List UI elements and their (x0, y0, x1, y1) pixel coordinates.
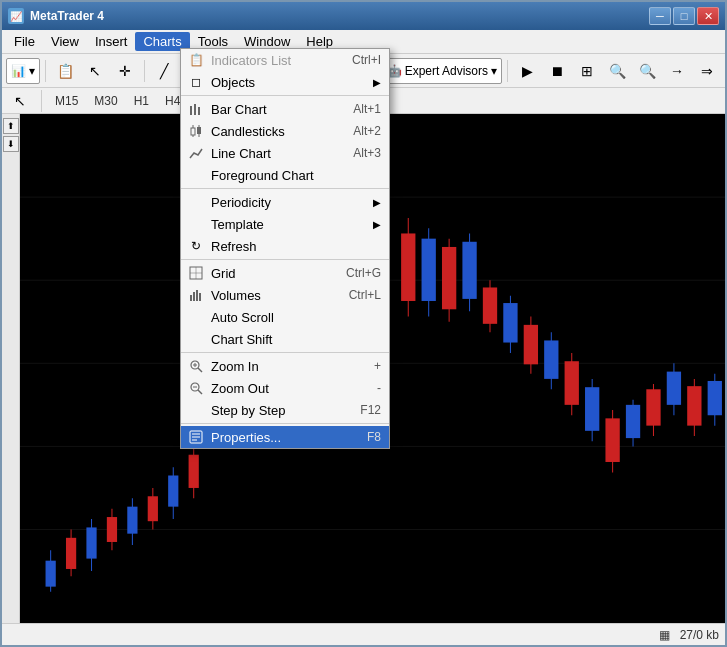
zoom-in-button[interactable]: 🔍 (603, 58, 631, 84)
menu-indicators-list[interactable]: 📋 Indicators List Ctrl+I (181, 49, 389, 71)
separator-5 (181, 423, 389, 424)
svg-rect-41 (585, 387, 599, 431)
left-panel-btn-2[interactable]: ⬇ (3, 136, 19, 152)
menu-auto-scroll[interactable]: Auto Scroll (181, 306, 389, 328)
candlesticks-shortcut: Alt+2 (353, 124, 381, 138)
ea-combo[interactable]: 🤖 Expert Advisors ▾ (382, 58, 502, 84)
menu-grid[interactable]: Grid Ctrl+G (181, 262, 389, 284)
main-window: 📈 MetaTrader 4 ─ □ ✕ File View Insert Ch… (0, 0, 727, 647)
line-button[interactable]: ╱ (150, 58, 178, 84)
ea-stop-button[interactable]: ⏹ (543, 58, 571, 84)
svg-rect-37 (544, 340, 558, 378)
step-by-step-shortcut: F12 (360, 403, 381, 417)
svg-rect-23 (401, 233, 415, 301)
menu-file[interactable]: File (6, 32, 43, 51)
menu-foreground-chart[interactable]: Foreground Chart (181, 164, 389, 186)
charts-menu: 📋 Indicators List Ctrl+I ◻ Objects ▶ Bar… (180, 48, 390, 449)
line-chart-shortcut: Alt+3 (353, 146, 381, 160)
menu-candlesticks[interactable]: Candlesticks Alt+2 (181, 120, 389, 142)
arrow-full-button[interactable]: ⇒ (693, 58, 721, 84)
title-controls: ─ □ ✕ (649, 7, 719, 25)
candlesticks-label: Candlesticks (211, 124, 285, 139)
maximize-button[interactable]: □ (673, 7, 695, 25)
svg-rect-27 (442, 247, 456, 309)
period-m30[interactable]: M30 (88, 93, 123, 109)
volumes-shortcut: Ctrl+L (349, 288, 381, 302)
zoom-in-shortcut: + (374, 359, 381, 373)
separator-4 (181, 352, 389, 353)
left-panel-btn-1[interactable]: ⬆ (3, 118, 19, 134)
menu-view[interactable]: View (43, 32, 87, 51)
menu-properties[interactable]: Properties... F8 (181, 426, 389, 448)
menu-zoom-in[interactable]: Zoom In + (181, 355, 389, 377)
grid-icon (187, 264, 205, 282)
periodicity-icon (187, 193, 205, 211)
ea-label: Expert Advisors (405, 64, 488, 78)
menu-bar-chart[interactable]: Bar Chart Alt+1 (181, 98, 389, 120)
separator-2 (181, 188, 389, 189)
ea-play-button[interactable]: ▶ (513, 58, 541, 84)
chart-shift-label: Chart Shift (211, 332, 272, 347)
svg-rect-60 (197, 127, 201, 134)
zoom-fit-button[interactable]: ⊞ (573, 58, 601, 84)
svg-rect-43 (605, 418, 619, 462)
menu-chart-shift[interactable]: Chart Shift (181, 328, 389, 350)
zoom-out-icon (187, 379, 205, 397)
svg-rect-25 (422, 239, 436, 301)
line-chart-icon (187, 144, 205, 162)
plus-button[interactable]: ✛ (111, 58, 139, 84)
svg-rect-29 (462, 242, 476, 299)
toolbar-separator-2 (144, 60, 145, 82)
menu-zoom-out[interactable]: Zoom Out - (181, 377, 389, 399)
refresh-icon: ↻ (187, 237, 205, 255)
zoom-out-button[interactable]: 🔍 (633, 58, 661, 84)
arrow-button[interactable]: ↖ (81, 58, 109, 84)
volumes-icon (187, 286, 205, 304)
chart-volume-icon: ▦ (659, 628, 670, 642)
svg-rect-13 (107, 517, 117, 542)
svg-rect-57 (191, 128, 195, 135)
menu-template[interactable]: Template ▶ (181, 213, 389, 235)
objects-icon: ◻ (187, 73, 205, 91)
foreground-chart-icon (187, 166, 205, 184)
svg-rect-67 (193, 292, 195, 301)
svg-rect-33 (503, 303, 517, 342)
title-bar: 📈 MetaTrader 4 ─ □ ✕ (2, 2, 725, 30)
svg-rect-45 (626, 405, 640, 438)
svg-rect-68 (196, 290, 198, 301)
menu-objects[interactable]: ◻ Objects ▶ (181, 71, 389, 93)
menu-insert[interactable]: Insert (87, 32, 136, 51)
period-m15[interactable]: M15 (49, 93, 84, 109)
step-by-step-label: Step by Step (211, 403, 285, 418)
indicators-shortcut: Ctrl+I (352, 53, 381, 67)
svg-rect-9 (66, 538, 76, 569)
period-h1[interactable]: H1 (128, 93, 155, 109)
file-size: 27/0 kb (680, 628, 719, 642)
properties-icon (187, 428, 205, 446)
menu-periodicity[interactable]: Periodicity ▶ (181, 191, 389, 213)
title-bar-left: 📈 MetaTrader 4 (8, 8, 104, 24)
cursor-button[interactable]: ↖ (6, 88, 34, 114)
properties-shortcut: F8 (367, 430, 381, 444)
auto-scroll-label: Auto Scroll (211, 310, 274, 325)
zoom-in-label: Zoom In (211, 359, 259, 374)
grid-label: Grid (211, 266, 236, 281)
properties-label: Properties... (211, 430, 281, 445)
new-chart-button[interactable]: 📊 ▾ (6, 58, 40, 84)
close-button[interactable]: ✕ (697, 7, 719, 25)
arrow-right-button[interactable]: → (663, 58, 691, 84)
menu-step-by-step[interactable]: Step by Step F12 (181, 399, 389, 421)
zoom-out-shortcut: - (377, 381, 381, 395)
menu-volumes[interactable]: Volumes Ctrl+L (181, 284, 389, 306)
auto-scroll-icon (187, 308, 205, 326)
zoom-out-label: Zoom Out (211, 381, 269, 396)
separator-1 (181, 95, 389, 96)
window-title: MetaTrader 4 (30, 9, 104, 23)
template-button[interactable]: 📋 (51, 58, 79, 84)
svg-line-71 (198, 368, 202, 372)
refresh-label: Refresh (211, 239, 257, 254)
minimize-button[interactable]: ─ (649, 7, 671, 25)
template-label: Template (211, 217, 264, 232)
menu-line-chart[interactable]: Line Chart Alt+3 (181, 142, 389, 164)
menu-refresh[interactable]: ↻ Refresh (181, 235, 389, 257)
